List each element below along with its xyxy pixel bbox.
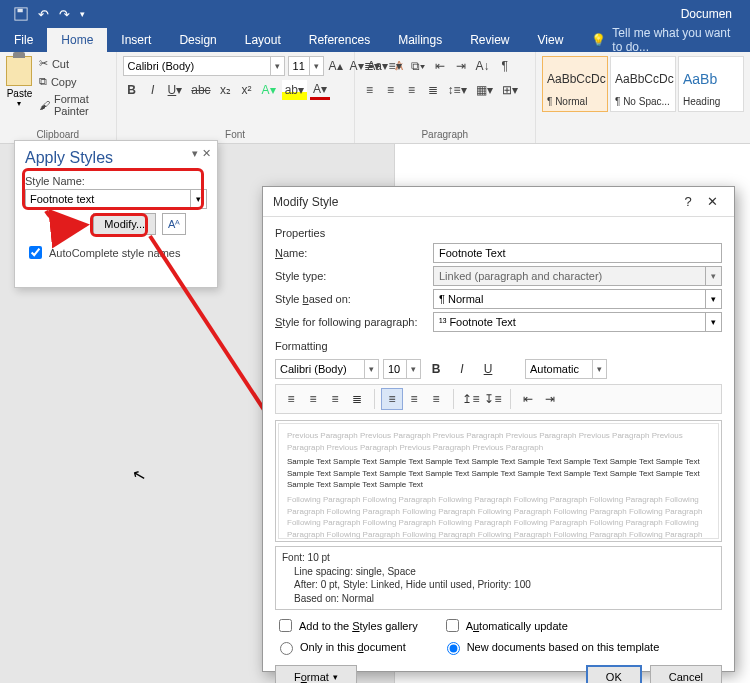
modify-button[interactable]: Modify... bbox=[93, 213, 156, 235]
text-effects-button[interactable]: A▾ bbox=[259, 80, 279, 100]
copy-icon: ⧉ bbox=[39, 75, 47, 88]
dlg-single-space-button[interactable]: ≡ bbox=[381, 388, 403, 410]
tell-me-search[interactable]: 💡 Tell me what you want to do... bbox=[577, 28, 750, 52]
chevron-down-icon[interactable]: ▾ bbox=[705, 313, 721, 331]
format-button[interactable]: Format ▾ bbox=[275, 665, 357, 683]
font-size-combo[interactable]: ▾ bbox=[288, 56, 324, 76]
properties-heading: Properties bbox=[275, 227, 722, 239]
shading-button[interactable]: ▦▾ bbox=[473, 80, 496, 100]
dlg-space-before-dec-button[interactable]: ↧≡ bbox=[482, 388, 504, 410]
dlg-align-center-button[interactable]: ≡ bbox=[302, 388, 324, 410]
ok-button[interactable]: OK bbox=[586, 665, 642, 683]
dlg-align-left-button[interactable]: ≡ bbox=[280, 388, 302, 410]
style-name-combo[interactable]: ▾ bbox=[25, 189, 207, 209]
tab-mailings[interactable]: Mailings bbox=[384, 28, 456, 52]
styles-icon: Aᴬ bbox=[168, 218, 180, 231]
tab-design[interactable]: Design bbox=[165, 28, 230, 52]
chevron-down-icon[interactable]: ▾ bbox=[270, 57, 284, 75]
multilevel-list-button[interactable]: ⧉▾ bbox=[408, 56, 428, 76]
based-on-select[interactable]: ¶ Normal▾ bbox=[433, 289, 722, 309]
decrease-indent-button[interactable]: ⇤ bbox=[431, 56, 449, 76]
paste-button[interactable]: Paste ▾ bbox=[6, 56, 33, 118]
tab-file[interactable]: File bbox=[0, 28, 47, 52]
italic-button[interactable]: I bbox=[144, 80, 162, 100]
tab-home[interactable]: Home bbox=[47, 28, 107, 52]
redo-icon[interactable]: ↷ bbox=[59, 7, 70, 22]
dlg-align-right-button[interactable]: ≡ bbox=[324, 388, 346, 410]
grow-font-button[interactable]: A▴ bbox=[327, 56, 345, 76]
sort-button[interactable]: A↓ bbox=[473, 56, 493, 76]
dialog-options: Add to the Styles gallery Only in this d… bbox=[275, 616, 722, 655]
formatting-heading: Formatting bbox=[275, 340, 722, 352]
ribbon-tabs: File Home Insert Design Layout Reference… bbox=[0, 28, 750, 52]
chevron-down-icon[interactable]: ▾ bbox=[309, 57, 323, 75]
copy-button[interactable]: ⧉Copy bbox=[37, 74, 110, 89]
undo-icon[interactable]: ↶ bbox=[38, 7, 49, 22]
preview-following: Following Paragraph Following Paragraph … bbox=[287, 494, 710, 542]
increase-indent-button[interactable]: ⇥ bbox=[452, 56, 470, 76]
strikethrough-button[interactable]: abc bbox=[188, 80, 213, 100]
based-on-label: Style based on: bbox=[275, 293, 425, 305]
align-left-button[interactable]: ≡ bbox=[361, 80, 379, 100]
bold-button[interactable]: B bbox=[123, 80, 141, 100]
subscript-button[interactable]: x₂ bbox=[217, 80, 235, 100]
close-icon[interactable]: ✕ bbox=[700, 194, 724, 209]
only-this-document-radio[interactable]: Only in this document bbox=[275, 639, 418, 655]
name-input[interactable]: Footnote Text bbox=[433, 243, 722, 263]
dlg-1-5-space-button[interactable]: ≡ bbox=[403, 388, 425, 410]
numbering-button[interactable]: ≡▾ bbox=[386, 56, 405, 76]
dlg-justify-button[interactable]: ≣ bbox=[346, 388, 368, 410]
chevron-down-icon[interactable]: ▾ bbox=[592, 360, 606, 378]
dlg-decrease-indent-button[interactable]: ⇤ bbox=[517, 388, 539, 410]
chevron-down-icon[interactable]: ▾ bbox=[190, 190, 206, 208]
dlg-italic-button[interactable]: I bbox=[451, 358, 473, 380]
help-icon[interactable]: ? bbox=[676, 194, 700, 209]
save-icon[interactable] bbox=[14, 7, 28, 21]
chevron-down-icon[interactable]: ▾ bbox=[364, 360, 378, 378]
align-right-button[interactable]: ≡ bbox=[403, 80, 421, 100]
chevron-down-icon[interactable]: ▾ bbox=[705, 290, 721, 308]
dlg-font-size-combo[interactable]: ▾ bbox=[383, 359, 421, 379]
cancel-button[interactable]: Cancel bbox=[650, 665, 722, 683]
style-tile-normal[interactable]: AaBbCcDc ¶ Normal bbox=[542, 56, 608, 112]
dialog-titlebar[interactable]: Modify Style ? ✕ bbox=[263, 187, 734, 217]
pane-options-icon[interactable]: ▾ bbox=[192, 147, 198, 160]
style-name-input[interactable] bbox=[26, 190, 190, 208]
tab-references[interactable]: References bbox=[295, 28, 384, 52]
tab-insert[interactable]: Insert bbox=[107, 28, 165, 52]
dlg-font-name-combo[interactable]: ▾ bbox=[275, 359, 379, 379]
dlg-bold-button[interactable]: B bbox=[425, 358, 447, 380]
align-center-button[interactable]: ≡ bbox=[382, 80, 400, 100]
tab-layout[interactable]: Layout bbox=[231, 28, 295, 52]
following-select[interactable]: ¹³ Footnote Text▾ bbox=[433, 312, 722, 332]
dlg-space-before-inc-button[interactable]: ↥≡ bbox=[460, 388, 482, 410]
new-documents-radio[interactable]: New documents based on this template bbox=[442, 639, 660, 655]
format-painter-button[interactable]: 🖌Format Painter bbox=[37, 92, 110, 118]
underline-button[interactable]: U▾ bbox=[165, 80, 186, 100]
bullets-button[interactable]: ≣▾ bbox=[361, 56, 383, 76]
add-to-gallery-checkbox[interactable]: Add to the Styles gallery bbox=[275, 616, 418, 635]
group-label-paragraph: Paragraph bbox=[361, 129, 529, 141]
dlg-underline-button[interactable]: U bbox=[477, 358, 499, 380]
tab-view[interactable]: View bbox=[524, 28, 578, 52]
line-spacing-button[interactable]: ↕≡▾ bbox=[445, 80, 470, 100]
superscript-button[interactable]: x² bbox=[238, 80, 256, 100]
style-tile-heading1[interactable]: AaBb Heading bbox=[678, 56, 744, 112]
justify-button[interactable]: ≣ bbox=[424, 80, 442, 100]
tab-review[interactable]: Review bbox=[456, 28, 523, 52]
font-name-combo[interactable]: ▾ bbox=[123, 56, 285, 76]
styles-pane-icon-button[interactable]: Aᴬ bbox=[162, 213, 186, 235]
show-marks-button[interactable]: ¶ bbox=[496, 56, 514, 76]
highlight-button[interactable]: ab▾ bbox=[282, 80, 307, 100]
style-tile-no-spacing[interactable]: AaBbCcDc ¶ No Spac... bbox=[610, 56, 676, 112]
dlg-font-color-combo[interactable]: ▾ bbox=[525, 359, 607, 379]
borders-button[interactable]: ⊞▾ bbox=[499, 80, 521, 100]
dlg-double-space-button[interactable]: ≡ bbox=[425, 388, 447, 410]
dlg-increase-indent-button[interactable]: ⇥ bbox=[539, 388, 561, 410]
cut-button[interactable]: ✂Cut bbox=[37, 56, 110, 71]
chevron-down-icon[interactable]: ▾ bbox=[406, 360, 420, 378]
autocomplete-checkbox[interactable]: AutoComplete style names bbox=[25, 243, 207, 262]
font-color-button[interactable]: A▾ bbox=[310, 80, 330, 100]
auto-update-checkbox[interactable]: Automatically update bbox=[442, 616, 660, 635]
close-icon[interactable]: ✕ bbox=[202, 147, 211, 160]
